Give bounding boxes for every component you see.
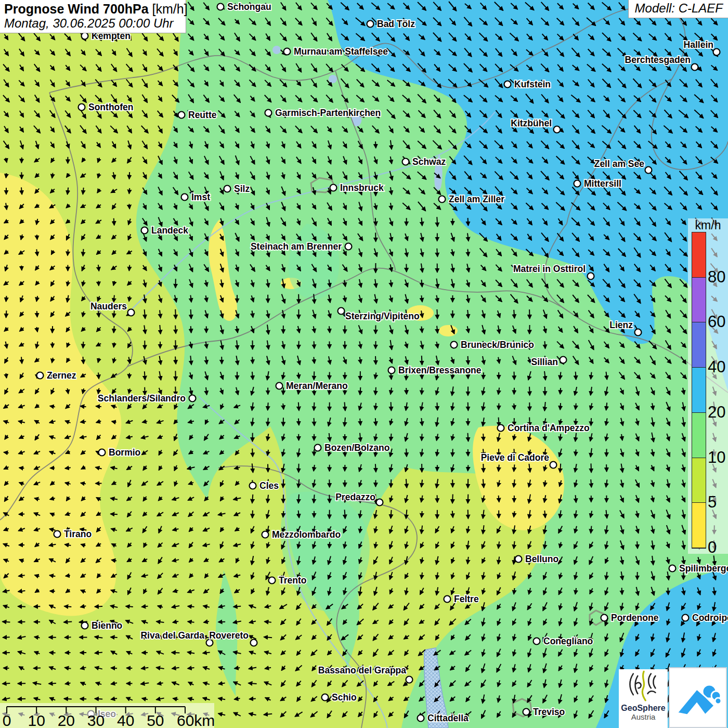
city-label: Predazzo <box>335 492 375 502</box>
wind-arrow <box>129 373 130 379</box>
wind-arrow <box>591 479 591 487</box>
wind-arrow <box>314 341 315 348</box>
wind-arrow <box>283 479 283 488</box>
city-marker <box>574 180 581 187</box>
wind-arrow <box>18 699 25 699</box>
city-marker <box>367 21 374 28</box>
wind-arrow <box>668 588 669 594</box>
city-label: Pieve di Cadore <box>481 452 550 463</box>
wind-arrow <box>422 218 422 226</box>
city-label: Schlanders/Silandro <box>98 393 186 404</box>
city-label: Conegliano <box>543 636 593 646</box>
wind-arrow <box>468 249 469 256</box>
city-marker <box>330 185 337 191</box>
city-marker <box>284 48 291 55</box>
city-label: Tirano <box>64 529 92 539</box>
wind-arrow <box>391 479 392 487</box>
wind-arrow <box>283 404 283 409</box>
city-label: Berchtesgaden <box>625 55 691 65</box>
wind-arrow <box>298 402 299 411</box>
wind-arrow <box>3 683 10 684</box>
wind-arrow <box>252 495 253 503</box>
legend-colorbar <box>692 232 706 549</box>
city-marker <box>338 308 345 315</box>
legend-segment <box>692 232 706 278</box>
wind-arrow <box>191 326 191 333</box>
wind-arrow <box>437 402 438 410</box>
city-label: Imst <box>191 192 210 202</box>
city-marker <box>601 615 608 621</box>
wind-arrow <box>544 511 545 518</box>
wind-arrow <box>264 637 272 638</box>
city-marker <box>692 64 698 71</box>
city-label: Trento <box>279 575 306 586</box>
wind-arrow <box>129 172 130 179</box>
wind-arrow <box>375 403 376 410</box>
city-label: Bruneck/Brunico <box>461 340 534 350</box>
scalebar-ruler: 0102030405060km <box>0 703 214 728</box>
wind-arrow <box>468 402 469 411</box>
legend-tick-label: 10 <box>708 449 725 465</box>
wind-arrow <box>452 449 453 456</box>
wind-arrow <box>360 419 360 425</box>
wind-arrow <box>83 188 83 194</box>
wind-arrow <box>606 464 607 472</box>
city-label: Bormio <box>109 447 140 458</box>
wind-arrow <box>314 371 315 380</box>
wind-arrow <box>114 343 114 347</box>
wind-arrow <box>249 699 255 699</box>
legend-unit: km/h <box>688 218 728 232</box>
city-label: Lienz <box>609 320 633 330</box>
city-marker <box>189 395 196 402</box>
wind-arrow <box>406 449 407 457</box>
wind-arrow <box>64 606 72 607</box>
wind-arrow <box>268 402 268 410</box>
city-label: Rovereto <box>209 630 249 641</box>
wind-arrow <box>98 311 99 317</box>
scalebar-label: 60km <box>177 712 214 728</box>
wind-arrow <box>514 310 514 318</box>
legend-tick-label: 40 <box>708 359 725 375</box>
wind-arrow <box>422 356 422 365</box>
wind-arrow <box>483 464 484 472</box>
page-title: Prognose Wind 700hPa [km/h] <box>4 2 180 16</box>
city-marker <box>554 126 561 133</box>
city-marker <box>504 81 511 88</box>
city-marker <box>217 4 224 10</box>
wind-arrow <box>422 511 422 517</box>
wind-arrow <box>314 495 314 503</box>
legend-tick-label: 60 <box>708 314 725 330</box>
city-marker <box>265 110 272 116</box>
wind-arrow <box>83 342 84 348</box>
city-marker <box>498 425 504 432</box>
city-marker <box>682 615 689 621</box>
city-label: Schongau <box>227 2 271 12</box>
city-label: Sonthofen <box>88 102 134 112</box>
city-label: Zell am See <box>594 159 645 169</box>
wind-arrow <box>560 403 561 410</box>
legend-segment <box>692 503 706 548</box>
wind-arrow <box>129 265 129 271</box>
wind-arrow <box>81 406 86 407</box>
map-canvas[interactable]: SchongauBad TölzKemptenMurnau am Staffel… <box>0 0 728 728</box>
city-label: Reutte <box>188 110 217 120</box>
wind-arrow <box>65 467 71 468</box>
wind-arrow <box>3 637 9 638</box>
wind-arrow <box>406 388 407 394</box>
legend-panel: km/h 806040201050 <box>688 218 728 554</box>
wind-arrow <box>468 433 469 441</box>
city-marker <box>669 565 676 572</box>
wind-arrow <box>3 621 10 622</box>
city-marker <box>181 194 188 201</box>
wind-arrow <box>576 404 576 410</box>
city-label: Cittadella <box>427 713 469 723</box>
wind-arrow <box>175 309 176 319</box>
city-label: Garmisch-Partenkirchen <box>275 108 381 118</box>
wind-arrow <box>249 683 257 684</box>
mountain-logo-icon <box>670 668 726 727</box>
geosphere-country: Austria <box>619 712 668 721</box>
wind-arrow <box>329 495 330 503</box>
city-marker <box>635 329 642 336</box>
wind-arrow <box>437 495 438 502</box>
city-label: Brixen/Bressanone <box>398 365 482 375</box>
